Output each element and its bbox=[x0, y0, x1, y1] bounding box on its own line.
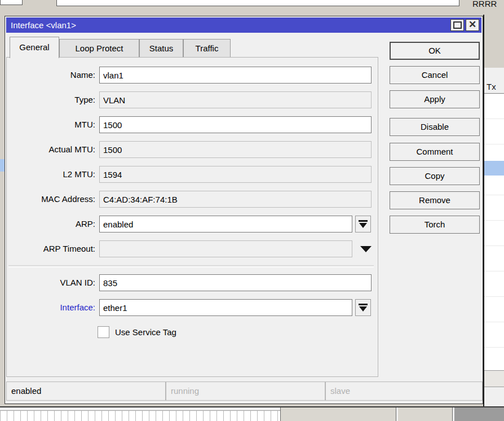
status-enabled: enabled bbox=[6, 381, 166, 401]
background-table-footer bbox=[484, 370, 504, 387]
background-table-footer-2 bbox=[484, 387, 504, 407]
ok-button[interactable]: OK bbox=[390, 42, 480, 60]
use-service-tag-checkbox[interactable] bbox=[98, 326, 109, 338]
remove-button[interactable]: Remove bbox=[390, 191, 480, 209]
dropdown-arrow-icon bbox=[359, 306, 367, 312]
maximize-icon bbox=[453, 21, 462, 29]
dropdown-bar-icon bbox=[359, 304, 368, 305]
status-running: running bbox=[166, 381, 325, 401]
cancel-button[interactable]: Cancel bbox=[390, 66, 480, 84]
interface-dropdown-button[interactable] bbox=[355, 299, 371, 316]
disable-button[interactable]: Disable bbox=[390, 118, 480, 136]
tab-loop-protect[interactable]: Loop Protect bbox=[59, 39, 139, 58]
tx-header-label: Tx bbox=[487, 82, 496, 91]
copy-button[interactable]: Copy bbox=[390, 167, 480, 185]
mac-address-label: MAC Address: bbox=[8, 191, 95, 208]
arp-timeout-dropdown-arrow-icon[interactable] bbox=[360, 246, 372, 252]
l2-mtu-field bbox=[99, 166, 372, 183]
arp-dropdown-button[interactable] bbox=[355, 216, 371, 233]
background-scroll-block bbox=[454, 407, 504, 421]
background-grid-columns bbox=[0, 410, 280, 421]
close-icon: ✕ bbox=[468, 20, 476, 29]
arp-label: ARP: bbox=[8, 216, 95, 233]
background-toolbar-fragment bbox=[0, 0, 23, 5]
interface-label: Interface: bbox=[8, 299, 95, 316]
background-input-fragment bbox=[56, 0, 459, 6]
background-selected-row-left bbox=[0, 159, 5, 172]
vlan-id-input[interactable] bbox=[99, 274, 372, 291]
use-service-tag-label: Use Service Tag bbox=[115, 326, 176, 338]
name-label: Name: bbox=[8, 67, 95, 84]
mtu-input[interactable] bbox=[99, 116, 372, 133]
mac-address-field bbox=[99, 191, 372, 208]
tab-status[interactable]: Status bbox=[139, 39, 183, 58]
background-status-cell-1 bbox=[280, 407, 396, 421]
torch-button[interactable]: Torch bbox=[390, 216, 480, 234]
background-selected-row-right bbox=[484, 161, 504, 176]
screen: RRRR Tx Interface <vlan1> ✕ General Loop… bbox=[0, 0, 504, 421]
apply-button[interactable]: Apply bbox=[390, 90, 480, 108]
background-column-header-text: RRRR bbox=[472, 0, 504, 8]
section-divider bbox=[8, 265, 374, 267]
background-tx-column-header: Tx bbox=[484, 68, 504, 94]
background-table-rows bbox=[484, 94, 504, 370]
interface-vlan-dialog: Interface <vlan1> ✕ General Loop Protect… bbox=[5, 16, 483, 404]
type-label: Type: bbox=[8, 91, 95, 108]
interface-select[interactable] bbox=[99, 299, 352, 316]
actual-mtu-field bbox=[99, 141, 372, 158]
dialog-titlebar[interactable]: Interface <vlan1> ✕ bbox=[6, 17, 481, 33]
background-left-sliver bbox=[0, 15, 5, 407]
tab-traffic[interactable]: Traffic bbox=[183, 39, 231, 58]
l2-mtu-label: L2 MTU: bbox=[8, 166, 95, 183]
arp-timeout-label: ARP Timeout: bbox=[8, 240, 95, 257]
dialog-title: Interface <vlan1> bbox=[11, 17, 76, 33]
comment-button[interactable]: Comment bbox=[390, 143, 480, 161]
vlan-id-label: VLAN ID: bbox=[8, 274, 95, 291]
dropdown-bar-icon bbox=[359, 220, 368, 222]
type-field bbox=[99, 91, 372, 108]
actual-mtu-label: Actual MTU: bbox=[8, 141, 95, 158]
status-slave: slave bbox=[325, 381, 483, 401]
dialog-statusbar: enabled running slave bbox=[6, 381, 483, 401]
mtu-label: MTU: bbox=[8, 116, 95, 133]
close-button[interactable]: ✕ bbox=[466, 19, 479, 31]
arp-select[interactable] bbox=[99, 216, 352, 233]
maximize-button[interactable] bbox=[450, 19, 464, 31]
arp-timeout-field bbox=[99, 240, 352, 257]
tab-general[interactable]: General bbox=[10, 37, 59, 58]
background-status-cell-2 bbox=[398, 407, 453, 421]
dropdown-arrow-icon bbox=[359, 223, 367, 228]
name-input[interactable] bbox=[99, 67, 372, 84]
